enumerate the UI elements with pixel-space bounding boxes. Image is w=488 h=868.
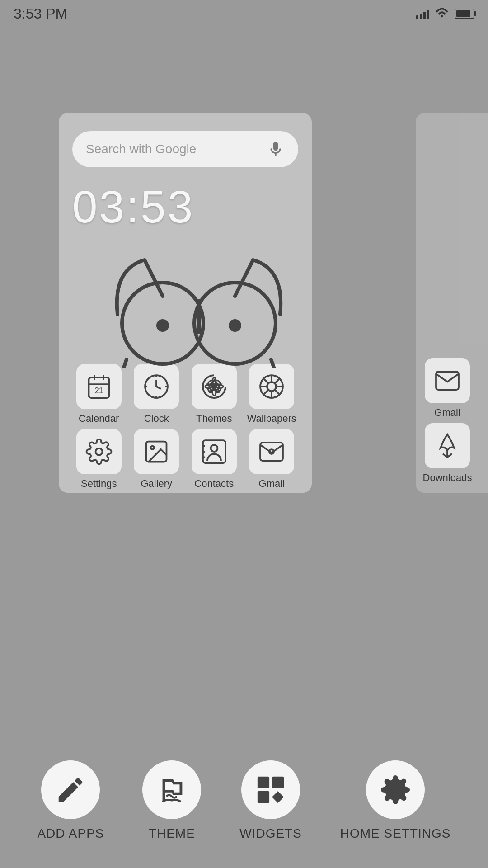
clock-icon <box>143 373 170 400</box>
gallery-icon-wrapper <box>134 429 179 474</box>
gmail-2-label: Gmail <box>259 478 285 490</box>
theme-icon <box>156 774 188 806</box>
calendar-icon: 21 <box>85 373 113 400</box>
gallery-label: Gallery <box>141 478 172 490</box>
svg-point-2 <box>156 319 169 332</box>
app-downloads[interactable]: Downloads <box>416 423 479 484</box>
app-contacts[interactable]: Contacts <box>188 429 241 490</box>
home-settings-circle <box>366 760 425 819</box>
settings-icon <box>85 438 113 465</box>
svg-rect-42 <box>258 791 269 803</box>
gmail-right-label: Gmail <box>434 407 460 419</box>
toolbar-add-apps[interactable]: ADD APPS <box>37 760 104 841</box>
svg-point-29 <box>95 448 102 455</box>
add-apps-label: ADD APPS <box>37 826 104 841</box>
app-settings[interactable]: Settings <box>72 429 126 490</box>
svg-point-31 <box>151 446 155 450</box>
battery-icon <box>455 9 474 19</box>
home-settings-label: HOME SETTINGS <box>340 826 451 841</box>
signal-icon <box>416 8 429 19</box>
widgets-circle <box>241 760 300 819</box>
app-gmail-2[interactable]: Gmail <box>245 429 299 490</box>
app-themes[interactable]: Themes <box>188 364 241 425</box>
contacts-icon-wrapper <box>192 429 237 474</box>
app-row-1: 21 Calendar Clock <box>72 364 298 425</box>
cat-illustration <box>72 242 298 359</box>
downloads-label: Downloads <box>423 472 472 484</box>
svg-point-37 <box>269 449 274 454</box>
app-wallpapers[interactable]: Wallpapers <box>245 364 299 425</box>
svg-rect-41 <box>272 777 284 788</box>
mic-icon[interactable] <box>267 140 285 158</box>
add-apps-icon <box>55 774 86 806</box>
search-bar[interactable]: Search with Google <box>72 131 298 167</box>
main-panel: Search with Google 03:53 <box>59 113 312 493</box>
downloads-icon <box>434 432 461 459</box>
app-clock[interactable]: Clock <box>130 364 183 425</box>
svg-rect-36 <box>260 443 283 461</box>
svg-point-3 <box>229 319 241 332</box>
contacts-icon <box>201 438 228 465</box>
wallpapers-icon-wrapper <box>249 364 294 409</box>
home-settings-icon <box>380 774 411 806</box>
search-placeholder: Search with Google <box>86 142 196 156</box>
settings-icon-wrapper <box>76 429 122 474</box>
gmail-2-icon-wrapper <box>249 429 294 474</box>
right-panel-apps: Gmail Downloads <box>416 113 488 493</box>
calendar-icon-wrapper: 21 <box>76 364 122 409</box>
widgets-icon <box>255 774 286 806</box>
contacts-label: Contacts <box>194 478 234 490</box>
settings-label: Settings <box>81 478 117 490</box>
clock-widget: 03:53 <box>72 181 298 233</box>
wallpapers-label: Wallpapers <box>247 413 296 425</box>
downloads-icon-wrapper <box>425 423 470 468</box>
theme-label: THEME <box>149 826 195 841</box>
app-gallery[interactable]: Gallery <box>130 429 183 490</box>
themes-icon <box>201 373 228 400</box>
svg-text:21: 21 <box>94 386 103 395</box>
themes-icon-wrapper <box>192 364 237 409</box>
status-icons <box>416 6 474 21</box>
status-bar: 3:53 PM <box>0 0 488 27</box>
wallpapers-icon <box>258 373 285 400</box>
app-calendar[interactable]: 21 Calendar <box>72 364 126 425</box>
svg-rect-40 <box>258 777 269 788</box>
toolbar-theme[interactable]: THEME <box>142 760 201 841</box>
svg-point-24 <box>267 382 276 391</box>
calendar-label: Calendar <box>79 413 119 425</box>
widgets-label: WIDGETS <box>239 826 302 841</box>
gmail-2-icon <box>258 438 285 465</box>
bottom-toolbar: ADD APPS THEME WIDGETS <box>0 760 488 841</box>
themes-label: Themes <box>196 413 232 425</box>
svg-rect-38 <box>436 372 459 390</box>
svg-point-32 <box>211 445 217 452</box>
status-time: 3:53 PM <box>14 5 67 22</box>
clock-icon-wrapper <box>134 364 179 409</box>
gallery-icon <box>143 438 170 465</box>
gmail-right-icon-wrapper <box>425 358 470 403</box>
add-apps-circle <box>41 760 100 819</box>
app-gmail-right[interactable]: Gmail <box>416 358 479 419</box>
toolbar-home-settings[interactable]: HOME SETTINGS <box>340 760 451 841</box>
toolbar-widgets[interactable]: WIDGETS <box>239 760 302 841</box>
theme-circle <box>142 760 201 819</box>
gmail-right-icon <box>434 367 461 394</box>
wifi-icon <box>435 6 449 21</box>
clock-label: Clock <box>144 413 169 425</box>
app-row-2: Settings Gallery <box>72 429 298 490</box>
